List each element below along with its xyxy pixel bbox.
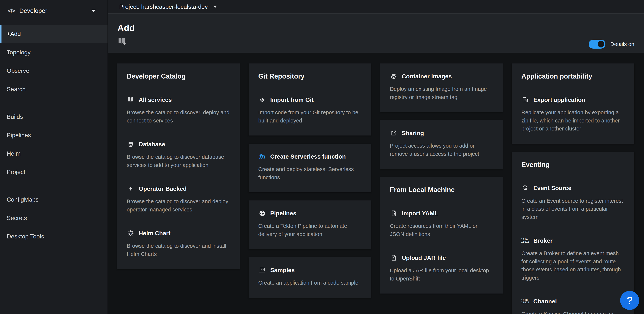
item-label: Pipelines (270, 210, 296, 217)
column-3: Container images Deploy an existing Imag… (380, 63, 503, 294)
add-item-create-serverless-function[interactable]: fn Create Serverless function Create and… (258, 153, 362, 181)
pipelines-icon (258, 209, 266, 217)
toggle-knob (598, 41, 604, 47)
project-selector-label: Project: harshcasper-localsta-dev (119, 3, 208, 10)
bolt-icon (127, 185, 134, 193)
item-description: Project access allows you to add or remo… (390, 142, 493, 158)
item-description: Create a Knative Channel to create an ev… (522, 310, 624, 314)
sidebar-item-configmaps[interactable]: ConfigMaps (0, 190, 108, 209)
jar-file-icon (390, 254, 398, 262)
item-description: Import code from your Git repository to … (258, 108, 362, 125)
page-header: Add Details on (108, 13, 644, 53)
export-icon (522, 96, 529, 104)
add-item-export-application[interactable]: Export application Replicate your applic… (522, 96, 624, 133)
add-item-broker[interactable]: 101011011 Broker Create a Broker to defi… (522, 237, 624, 282)
details-toggle-wrap: Details on (589, 40, 634, 48)
add-item-channel[interactable]: 101011011 Channel Create a Knative Chann… (522, 298, 624, 314)
help-button[interactable]: ? (620, 291, 639, 310)
project-selector[interactable]: Project: harshcasper-localsta-dev (108, 0, 644, 13)
item-label: Upload JAR file (402, 255, 446, 261)
card-title: Application portability (522, 72, 624, 80)
sidebar-item-pipelines[interactable]: Pipelines (0, 126, 108, 144)
card-eventing: Eventing Event Source (512, 152, 634, 314)
event-source-icon (522, 184, 529, 192)
item-description: Browse the catalog to discover and deplo… (127, 198, 230, 214)
item-label: Helm Chart (139, 230, 170, 237)
catalog-book-plus-icon[interactable] (118, 37, 126, 46)
add-item-import-yaml[interactable]: Import YAML Create resources from their … (390, 209, 493, 238)
details-toggle-label: Details on (610, 41, 634, 47)
item-description: Upload a JAR file from your local deskto… (390, 267, 493, 283)
add-item-helm-chart[interactable]: HELM Helm Chart Browse the catalog to di… (127, 229, 230, 258)
item-label: Sharing (402, 130, 424, 137)
item-label: Import from Git (270, 96, 314, 103)
add-item-samples[interactable]: Samples Create an application from a cod… (258, 266, 362, 287)
card-title: Eventing (522, 161, 624, 169)
card-title: Git Repository (258, 72, 362, 80)
main-area: Project: harshcasper-localsta-dev Add De… (108, 0, 644, 314)
chevron-down-icon (92, 10, 96, 12)
card-container-images: Container images Deploy an existing Imag… (380, 63, 503, 112)
add-item-container-images[interactable]: Container images Deploy an existing Imag… (390, 72, 493, 101)
fn-icon: fn (258, 153, 266, 160)
sidebar-item-add[interactable]: +Add (0, 25, 108, 43)
sidebar-item-search[interactable]: Search (0, 80, 108, 98)
add-page-content: Developer Catalog All services (108, 53, 644, 314)
add-item-all-services[interactable]: All services Browse the catalog to disco… (127, 96, 230, 125)
card-git-repository: Git Repository (248, 63, 371, 135)
sidebar-divider (0, 103, 108, 103)
item-label: Broker (533, 237, 552, 244)
column-1: Developer Catalog All services (117, 63, 240, 269)
sidebar-item-builds[interactable]: Builds (0, 108, 108, 126)
page-title: Add (118, 23, 634, 33)
item-label: Channel (533, 298, 557, 305)
item-description: Create a Broker to define an event mesh … (522, 249, 624, 282)
column-4: Application portability (512, 63, 634, 314)
samples-icon (258, 266, 266, 274)
perspective-label: Developer (19, 7, 47, 14)
sidebar-item-topology[interactable]: Topology (0, 43, 108, 62)
item-description: Create resources from their YAML or JSON… (390, 222, 493, 238)
card-application-portability: Application portability (512, 63, 634, 144)
item-label: Export application (533, 96, 585, 103)
share-icon (390, 129, 398, 137)
card-developer-catalog: Developer Catalog All services (117, 63, 240, 269)
sidebar-item-project[interactable]: Project (0, 163, 108, 181)
add-item-operator-backed[interactable]: Operator Backed Browse the catalog to di… (127, 185, 230, 214)
add-item-event-source[interactable]: Event Source Create an Event source to r… (522, 184, 624, 221)
layers-icon (390, 72, 398, 80)
add-item-import-from-git[interactable]: Import from Git Import code from your Gi… (258, 96, 362, 125)
card-serverless-function: fn Create Serverless function Create and… (248, 144, 371, 192)
item-description: Create and deploy stateless, Serverless … (258, 165, 362, 181)
code-icon: </> (8, 8, 15, 14)
item-label: Samples (270, 267, 295, 274)
add-item-upload-jar-file[interactable]: Upload JAR file Upload a JAR file from y… (390, 254, 493, 283)
perspective-switcher[interactable]: </> Developer (0, 0, 108, 22)
item-description: Browse the catalog to discover, deploy a… (127, 108, 230, 125)
sidebar-item-desktop-tools[interactable]: Desktop Tools (0, 227, 108, 246)
sidebar-item-secrets[interactable]: Secrets (0, 209, 108, 227)
add-item-database[interactable]: Database Browse the catalog to discover … (127, 140, 230, 169)
chevron-down-icon (213, 5, 217, 8)
svg-text:HELM: HELM (128, 233, 133, 234)
sidebar-item-helm[interactable]: Helm (0, 144, 108, 163)
database-icon (127, 140, 134, 148)
item-description: Replicate your application by exporting … (522, 108, 624, 133)
add-item-pipelines[interactable]: Pipelines Create a Tekton Pipeline to au… (258, 209, 362, 238)
binary-icon: 101011011 (522, 237, 529, 245)
item-label: Container images (402, 73, 452, 80)
item-description: Create a Tekton Pipeline to automate del… (258, 222, 362, 238)
item-label: Operator Backed (139, 185, 187, 192)
helm-icon: HELM (127, 229, 134, 237)
item-description: Create an application from a code sample (258, 279, 362, 287)
binary-icon: 101011011 (522, 298, 529, 305)
sidebar-item-observe[interactable]: Observe (0, 62, 108, 80)
item-description: Deploy an existing Image from an Image r… (390, 85, 493, 101)
git-icon (258, 96, 266, 104)
card-samples: Samples Create an application from a cod… (248, 257, 371, 298)
column-2: Git Repository (248, 63, 371, 298)
item-label: All services (139, 96, 172, 103)
card-pipelines: Pipelines Create a Tekton Pipeline to au… (248, 200, 371, 249)
add-item-sharing[interactable]: Sharing Project access allows you to add… (390, 129, 493, 158)
details-toggle[interactable] (589, 40, 606, 48)
